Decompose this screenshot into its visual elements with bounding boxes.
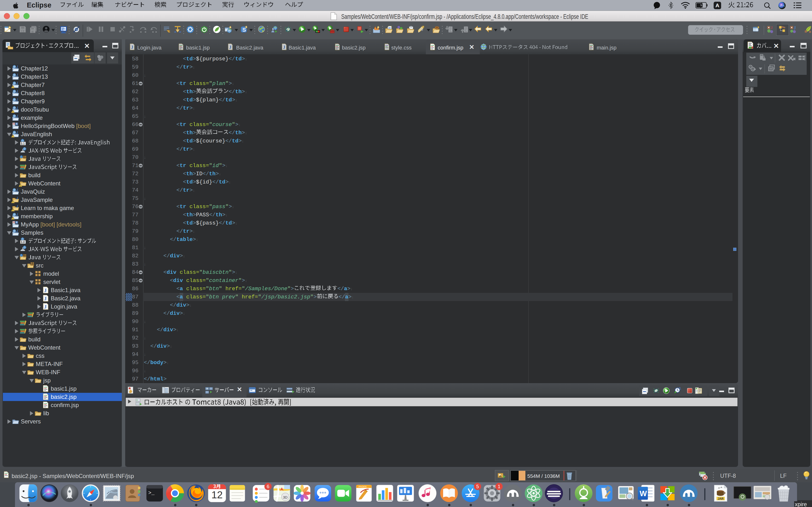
svg-text:J: J: [229, 45, 232, 50]
svg-text:J: J: [131, 45, 134, 50]
svg-text:!: !: [12, 209, 13, 212]
svg-text:3.1: 3.1: [21, 142, 25, 145]
svg-text:J: J: [283, 45, 286, 50]
svg-text:PAGES: PAGES: [359, 485, 367, 488]
svg-text:J: J: [771, 25, 773, 30]
svg-text:J: J: [44, 296, 46, 301]
svg-text:!: !: [20, 184, 21, 187]
svg-text:S: S: [242, 27, 246, 33]
svg-text:J: J: [44, 304, 46, 309]
svg-text:!: !: [12, 217, 13, 220]
svg-text:!: !: [12, 201, 13, 203]
svg-text:3D: 3D: [283, 495, 288, 499]
svg-text:M: M: [13, 221, 15, 224]
svg-text:JAR: JAR: [718, 497, 724, 501]
svg-text:M: M: [13, 123, 15, 125]
svg-text:!: !: [12, 135, 13, 137]
svg-text:S: S: [16, 123, 17, 125]
svg-text:S: S: [16, 221, 17, 224]
svg-text:!: !: [12, 86, 13, 89]
svg-text:W: W: [640, 489, 647, 498]
svg-text:>_: >_: [148, 490, 155, 496]
svg-text:J: J: [44, 288, 46, 293]
svg-text:3.0: 3.0: [21, 240, 25, 244]
svg-text:!: !: [12, 110, 13, 113]
svg-text:J: J: [794, 25, 796, 31]
